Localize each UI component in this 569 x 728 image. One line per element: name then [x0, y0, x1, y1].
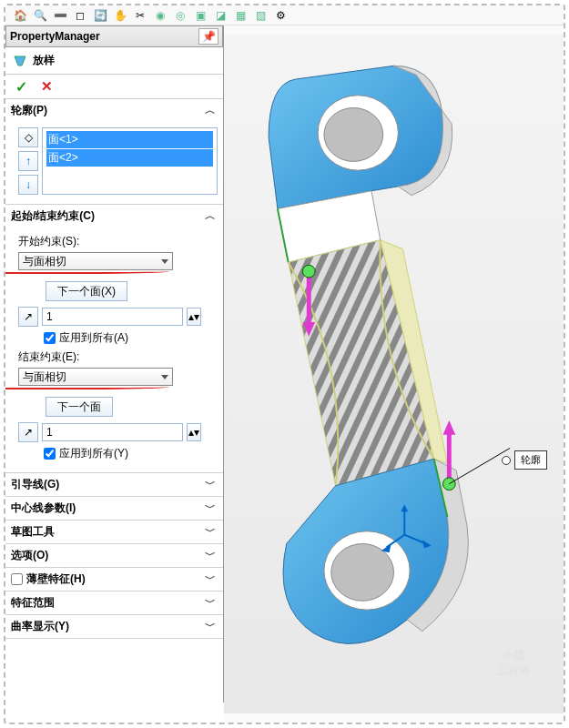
profiles-section: 轮廓(P) ︿ ◇ ↑ ↓ 面<1> 面<2>	[5, 99, 223, 205]
sketch-tools-header[interactable]: 草图工具﹀	[5, 521, 223, 543]
chevron-down-icon: ﹀	[203, 500, 218, 516]
graphics-viewport[interactable]: 轮廓 小麗 工程师	[224, 25, 564, 723]
property-manager-panel: PropertyManager 📌 放样 ✓ ✕ 轮廓(P) ︿ ◇ ↑ ↓ 面…	[5, 25, 224, 703]
watermark: 小麗 工程师	[482, 632, 545, 695]
centerline-label: 中心线参数(I)	[11, 500, 76, 516]
tb-section-icon[interactable]: ✂	[131, 7, 149, 24]
tangent-length-2-input[interactable]	[42, 423, 183, 441]
svg-point-6	[331, 544, 394, 602]
guide-curves-label: 引导线(G)	[11, 477, 59, 492]
tb-wire-icon[interactable]: ▣	[191, 7, 209, 24]
feature-name: 放样	[33, 53, 55, 68]
annotation-underline	[5, 384, 169, 389]
chevron-down-icon: ﹀	[203, 548, 218, 563]
options-header[interactable]: 选项(O)﹀	[5, 544, 223, 567]
feature-scope-header[interactable]: 特征范围﹀	[5, 592, 223, 614]
tangent-length-icon[interactable]: ↗	[18, 422, 38, 442]
move-down-button[interactable]: ↓	[18, 175, 38, 195]
tb-zoom-in-icon[interactable]: 🔍	[31, 7, 49, 24]
spinner-buttons[interactable]: ▴▾	[187, 423, 201, 441]
callout-label: 轮廓	[514, 450, 547, 470]
constraints-header[interactable]: 起始/结束约束(C) ︿	[5, 205, 223, 228]
view-toolbar: 🏠 🔍 ➖ ◻ 🔄 ✋ ✂ ◉ ◎ ▣ ◪ ▦ ▨ ⚙	[5, 5, 564, 25]
chevron-up-icon: ︿	[203, 103, 218, 118]
tb-rotate-icon[interactable]: 🔄	[91, 7, 109, 24]
chevron-down-icon	[161, 375, 168, 379]
tb-persp-icon[interactable]: ▦	[231, 7, 249, 24]
tb-shadow-icon[interactable]: ◪	[211, 7, 229, 24]
chevron-up-icon: ︿	[203, 208, 218, 224]
profile-callout[interactable]: 轮廓	[502, 450, 547, 470]
next-face-x-button[interactable]: 下一个面(X)	[46, 281, 127, 301]
profile-item[interactable]: 面<1>	[46, 131, 213, 148]
tb-shaded-icon[interactable]: ◉	[151, 7, 169, 24]
apply-all-y-label: 应用到所有(Y)	[59, 446, 128, 461]
profile-select-icon[interactable]: ◇	[18, 127, 38, 147]
feature-actions: ✓ ✕	[5, 75, 223, 99]
centerline-header[interactable]: 中心线参数(I)﹀	[5, 497, 223, 520]
profiles-header[interactable]: 轮廓(P) ︿	[5, 99, 223, 122]
annotation-underline	[5, 268, 169, 274]
constraints-label: 起始/结束约束(C)	[11, 208, 95, 224]
feature-title-row: 放样	[5, 47, 223, 75]
apply-all-y-checkbox[interactable]	[44, 448, 56, 460]
chevron-down-icon	[161, 259, 168, 264]
chevron-down-icon: ﹀	[203, 524, 218, 540]
chevron-down-icon: ﹀	[203, 619, 218, 634]
end-constraint-combo[interactable]: 与面相切	[18, 368, 173, 386]
curvature-header[interactable]: 曲率显示(Y)﹀	[5, 615, 223, 638]
options-label: 选项(O)	[11, 548, 48, 563]
tb-scene-icon[interactable]: ▨	[251, 7, 269, 24]
move-up-button[interactable]: ↑	[18, 151, 38, 171]
tangent-length-1-input[interactable]	[42, 308, 183, 326]
ok-button[interactable]: ✓	[13, 78, 29, 95]
svg-point-4	[324, 107, 383, 161]
thin-feature-header[interactable]: 薄壁特征(H)﹀	[5, 568, 223, 591]
apply-all-a-label: 应用到所有(A)	[59, 330, 128, 346]
apply-all-y-row[interactable]: 应用到所有(Y)	[44, 446, 218, 461]
tb-home-icon[interactable]: 🏠	[11, 7, 29, 24]
next-face-button[interactable]: 下一个面	[46, 397, 113, 417]
spinner-buttons[interactable]: ▴▾	[187, 308, 201, 326]
pm-pushpin-icon[interactable]: 📌	[198, 28, 218, 45]
chevron-down-icon: ﹀	[203, 477, 218, 492]
start-constraint-value: 与面相切	[23, 254, 66, 269]
profiles-label: 轮廓(P)	[11, 103, 47, 118]
tb-pan-icon[interactable]: ✋	[111, 7, 129, 24]
tb-fit-icon[interactable]: ◻	[71, 7, 89, 24]
chevron-down-icon: ﹀	[203, 595, 218, 611]
model-view	[224, 25, 564, 723]
tb-zoom-out-icon[interactable]: ➖	[51, 7, 69, 24]
curvature-label: 曲率显示(Y)	[11, 619, 69, 634]
loft-icon	[13, 54, 27, 68]
tangent-length-icon[interactable]: ↗	[18, 307, 38, 327]
cancel-button[interactable]: ✕	[38, 78, 55, 95]
tb-settings-icon[interactable]: ⚙	[271, 7, 290, 24]
start-constraint-label: 开始约束(S):	[18, 234, 218, 249]
chevron-down-icon: ﹀	[203, 571, 218, 587]
thin-feature-checkbox[interactable]	[11, 573, 23, 585]
tb-hidden-icon[interactable]: ◎	[171, 7, 189, 24]
guide-curves-header[interactable]: 引导线(G)﹀	[5, 473, 223, 496]
apply-all-a-checkbox[interactable]	[44, 332, 56, 344]
svg-point-9	[302, 265, 315, 278]
pm-title-bar: PropertyManager 📌	[5, 25, 223, 47]
sketch-tools-label: 草图工具	[11, 524, 55, 540]
pm-title: PropertyManager	[10, 30, 100, 43]
profiles-list[interactable]: 面<1> 面<2>	[42, 127, 218, 195]
thin-feature-label: 薄壁特征(H)	[26, 571, 86, 587]
end-constraint-value: 与面相切	[23, 369, 66, 385]
callout-handle-icon[interactable]	[502, 456, 511, 465]
end-constraint-label: 结束约束(E):	[18, 349, 218, 365]
apply-all-a-row[interactable]: 应用到所有(A)	[44, 330, 218, 346]
start-constraint-combo[interactable]: 与面相切	[18, 252, 173, 270]
profile-item[interactable]: 面<2>	[46, 149, 213, 167]
feature-scope-label: 特征范围	[11, 595, 55, 611]
constraints-section: 起始/结束约束(C) ︿ 开始约束(S): 与面相切 下一个面(X) ↗ ▴▾ …	[5, 205, 223, 473]
